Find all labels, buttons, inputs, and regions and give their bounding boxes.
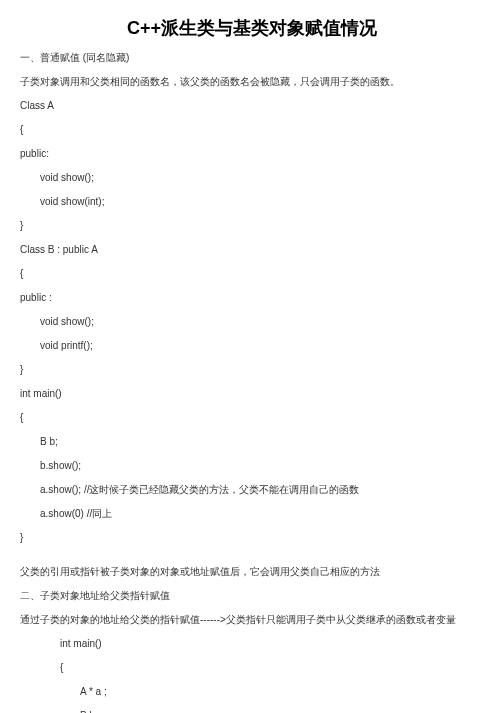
section-1-head: 一、普通赋值 (同名隐藏) [20, 50, 484, 66]
code-line: Class B : public A [20, 242, 484, 258]
code-line: B b; [20, 434, 484, 450]
page-title: C++派生类与基类对象赋值情况 [20, 16, 484, 40]
code-line: void show(); [20, 314, 484, 330]
code-line: int main() [20, 386, 484, 402]
code-line: } [20, 218, 484, 234]
code-line: } [20, 362, 484, 378]
section-2-head: 二、子类对象地址给父类指针赋值 [20, 588, 484, 604]
code-line: { [20, 410, 484, 426]
section-2-desc: 通过子类的对象的地址给父类的指针赋值------>父类指针只能调用子类中从父类继… [20, 612, 484, 628]
section-2-pre: 父类的引用或指针被子类对象的对象或地址赋值后，它会调用父类自己相应的方法 [20, 564, 484, 580]
code-line: b.show(); [20, 458, 484, 474]
code-line: a.show(); //这时候子类已经隐藏父类的方法，父类不能在调用自己的函数 [20, 482, 484, 498]
code-line: a.show(0) //同上 [20, 506, 484, 522]
code-line: void show(int); [20, 194, 484, 210]
code-line: { [20, 122, 484, 138]
code-line: public : [20, 290, 484, 306]
code-line: public: [20, 146, 484, 162]
section-1-desc: 子类对象调用和父类相同的函数名，该父类的函数名会被隐藏，只会调用子类的函数。 [20, 74, 484, 90]
code-line: { [20, 266, 484, 282]
code-line: B b; [20, 708, 484, 713]
code-line: A * a ; [20, 684, 484, 700]
code-line: int main() [20, 636, 484, 652]
code-line: void show(); [20, 170, 484, 186]
code-line: void printf(); [20, 338, 484, 354]
code-line: { [20, 660, 484, 676]
code-line: Class A [20, 98, 484, 114]
code-line: } [20, 530, 484, 546]
